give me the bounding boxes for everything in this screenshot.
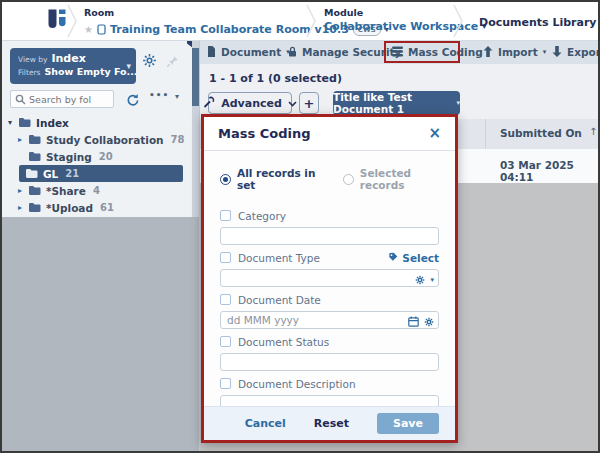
filter-chip-label: Title like Test Document 1 <box>333 91 449 115</box>
chevron-down-icon <box>288 97 297 110</box>
tree-item-label: *Upload <box>46 202 93 214</box>
folder-icon <box>25 168 38 179</box>
date-settings-gear-icon[interactable] <box>424 312 434 331</box>
radio-selected-icon[interactable] <box>220 174 231 185</box>
view-by-value: Index <box>51 52 85 66</box>
tree-item-count: 21 <box>65 168 79 179</box>
radio-selected-records[interactable]: Selected records <box>343 167 439 191</box>
view-by-caret-icon: ▾ <box>126 61 131 71</box>
export-menu-button[interactable]: Export ▾ <box>552 40 600 64</box>
type-settings-gear-icon[interactable] <box>415 270 425 289</box>
dialog-body: All records in set Selected records Cate… <box>204 151 455 413</box>
close-icon[interactable]: × <box>428 126 441 141</box>
dialog-footer: Cancel Reset Save <box>204 406 455 440</box>
chip-caret-icon: ▾ <box>456 99 460 107</box>
app-logo-icon <box>46 8 68 38</box>
folder-tree: ▾ Index ▸ Study Collaboration 78 Sta <box>2 114 192 216</box>
expand-caret-icon[interactable]: ▾ <box>8 118 18 127</box>
room-card-icon <box>97 20 106 39</box>
view-by-label: View by <box>18 55 47 64</box>
arrow-down-icon <box>552 46 562 59</box>
favorite-star-icon[interactable]: ★ <box>84 25 93 35</box>
folder-icon <box>28 151 41 162</box>
category-input[interactable] <box>220 227 439 245</box>
top-header: Room ★ Training Team Collaborate Room v1… <box>2 2 598 41</box>
document-description-checkbox[interactable] <box>220 378 231 389</box>
tree-item-upload[interactable]: ▸ *Upload 61 <box>2 199 192 216</box>
refresh-icon[interactable] <box>126 92 139 111</box>
reset-button[interactable]: Reset <box>314 417 349 430</box>
document-description-label: Document Description <box>238 378 356 390</box>
collapse-caret-icon[interactable]: ▸ <box>18 135 28 144</box>
radio-unselected-icon[interactable] <box>343 174 354 185</box>
settings-gear-icon[interactable] <box>142 53 157 72</box>
document-type-input[interactable] <box>220 269 439 287</box>
radio-all-records-label: All records in set <box>237 167 317 191</box>
save-button[interactable]: Save <box>377 413 439 434</box>
tag-icon <box>388 252 398 264</box>
tree-item-label: GL <box>43 168 58 180</box>
document-type-label: Document Type <box>238 252 320 264</box>
tree-item-share[interactable]: ▸ *Share 4 <box>2 182 192 199</box>
sort-ascending-icon[interactable]: ↑ <box>589 126 597 137</box>
tree-item-label: Index <box>36 117 69 129</box>
search-options-caret-icon[interactable]: ▾ <box>175 92 179 101</box>
sidebar-scrollbar-thumb[interactable] <box>192 48 199 106</box>
tree-item-label: *Share <box>46 185 86 197</box>
arrow-up-icon <box>483 46 493 59</box>
document-date-input[interactable] <box>220 311 439 329</box>
breadcrumb-separator <box>66 4 78 42</box>
calendar-icon[interactable] <box>408 312 419 331</box>
search-input[interactable] <box>29 94 109 105</box>
record-scope-radios: All records in set Selected records <box>220 167 439 191</box>
folder-icon <box>28 202 41 213</box>
document-menu-label: Document <box>221 46 281 58</box>
pin-icon[interactable] <box>166 53 179 72</box>
select-type-link[interactable]: Select <box>388 252 439 264</box>
cancel-button[interactable]: Cancel <box>245 417 286 430</box>
collapse-caret-icon[interactable]: ▸ <box>18 203 28 212</box>
tree-item-staging[interactable]: Staging 20 <box>2 148 192 165</box>
folder-search-box <box>10 90 114 108</box>
add-filter-button[interactable]: + <box>299 92 319 114</box>
document-type-checkbox[interactable] <box>220 252 231 263</box>
advanced-search-button[interactable]: Advanced <box>208 92 292 114</box>
filters-label: Filters <box>18 68 40 77</box>
document-file-icon <box>207 46 216 59</box>
radio-selected-records-label: Selected records <box>360 167 439 191</box>
tree-item-gl-selected[interactable]: GL 21 <box>19 165 183 182</box>
filters-value: Show Empty Fo... <box>44 66 137 78</box>
dialog-title: Mass Coding <box>218 126 311 141</box>
advanced-label: Advanced <box>221 97 282 110</box>
select-link-label: Select <box>402 252 439 264</box>
collapse-caret-icon[interactable]: ▸ <box>18 186 28 195</box>
radio-all-records[interactable]: All records in set <box>220 167 317 191</box>
folder-open-icon <box>18 117 31 128</box>
document-status-field: Document Status <box>220 335 439 371</box>
document-date-checkbox[interactable] <box>220 294 231 305</box>
folder-icon <box>28 185 41 196</box>
column-header-submitted-on[interactable]: Submitted On <box>500 127 582 139</box>
folder-icon <box>28 134 41 145</box>
breadcrumb-separator <box>305 4 317 42</box>
tree-item-index[interactable]: ▾ Index <box>2 114 192 131</box>
document-status-checkbox[interactable] <box>220 336 231 347</box>
view-by-dropdown[interactable]: View by Index Filters Show Empty Fo... ▾ <box>10 48 136 84</box>
document-menu-button[interactable]: Document ▾ <box>207 40 290 64</box>
tree-item-study-collaboration[interactable]: ▸ Study Collaboration 78 <box>2 131 192 148</box>
tree-item-count: 78 <box>171 134 185 145</box>
tree-item-count: 61 <box>100 202 114 213</box>
collaborate-room-app: Room ★ Training Team Collaborate Room v1… <box>0 0 600 453</box>
document-status-label: Document Status <box>238 336 329 348</box>
type-dropdown-caret-icon[interactable]: ▾ <box>430 276 434 284</box>
wrench-icon <box>203 96 215 111</box>
mass-coding-highlight-annotation <box>384 41 460 63</box>
breadcrumb-separator <box>452 4 464 42</box>
document-type-field: Document Type Select <box>220 251 439 287</box>
import-menu-button[interactable]: Import ▾ <box>483 40 546 64</box>
more-options-icon[interactable]: ••• <box>149 90 169 100</box>
category-checkbox[interactable] <box>220 210 231 221</box>
active-filter-chip[interactable]: Title like Test Document 1 ▾ <box>333 91 460 115</box>
dropdown-caret-icon: ▾ <box>543 48 547 56</box>
document-status-input[interactable] <box>220 353 439 371</box>
